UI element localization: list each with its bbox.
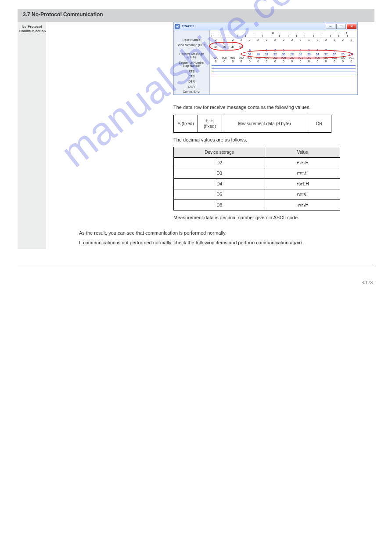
resp-note: Measurement data is decimal number given… [173, 214, 374, 221]
trace-data-grid: 0 1 22222222222122222 D07 4430370D S126.… [210, 30, 357, 94]
trace-axis: 0 1 [212, 31, 356, 37]
trace-screenshot: TRACE1 – □ × Trace Number Send Message (… [173, 22, 358, 95]
trace-window: TRACE1 – □ × Trace Number Send Message (… [173, 22, 358, 95]
body-para-2: If communication is not performed normal… [79, 239, 374, 247]
trace-row-labels: Trace Number Send Message (HEX) Receive … [174, 30, 210, 94]
lbl-send-message: Send Message (HEX) [174, 43, 209, 51]
row-receive-chr: S126.5947g [212, 49, 356, 52]
table-row: D2٣١٢٠H [174, 158, 340, 168]
lbl-dtr: DTR [174, 79, 209, 84]
row-seq-bottom: 00000000000000000 [212, 60, 356, 63]
lbl-comm-error: Comm. Error [174, 89, 209, 94]
sidebar-label: No-Protocol Communication [19, 25, 46, 33]
row-trace-number: 22222222222122222 [212, 38, 356, 41]
lbl-rts: RTS [174, 69, 209, 74]
row-send-chr: D07 [212, 42, 356, 45]
table-row: D3٣٦٣٢H [174, 168, 340, 179]
page-header-bar: 3.7 No-Protocol Communication [18, 9, 374, 22]
main-content-area: No-Protocol Communication TRACE1 – □ × [18, 22, 374, 267]
lbl-receive-message: Receive Message (HEX) [174, 51, 209, 60]
table-row: D4٣٥٢EH [174, 179, 340, 189]
lbl-trace-number: Trace Number [174, 37, 209, 43]
cmd-cell-20h: ٢٠H (fixed) [198, 115, 222, 132]
page-number: 3-173 [18, 280, 374, 285]
cmd-cell-measurement: Measurement data (9 byte) [222, 115, 307, 132]
page-header-title: 3.7 No-Protocol Communication [23, 11, 103, 18]
table-row: D5٣٤٣٩H [174, 189, 340, 200]
trace-titlebar: TRACE1 – □ × [174, 22, 357, 30]
row-send-hex: 4430370D [212, 45, 356, 48]
receive-desc-line: The data row for receive message contain… [173, 104, 374, 111]
window-buttons: – □ × [326, 24, 356, 29]
resp-intro: The decimal values are as follows. [173, 136, 374, 144]
trace-title: TRACE1 [182, 25, 194, 28]
svg-rect-0 [175, 24, 180, 29]
row-receive-hex: 53203132362E3539343767200D [212, 53, 356, 56]
response-value-table: Device storage Value D2٣١٢٠H D3٣٦٣٢H D4٣… [173, 147, 340, 210]
lbl-dsr: DSR [174, 84, 209, 90]
app-icon [175, 24, 180, 29]
close-button[interactable]: × [347, 24, 356, 29]
lbl-sequence-number: Sequence Number Step Number [174, 60, 209, 69]
lbl-cts: CTS [174, 74, 209, 79]
resp-head-value: Value [265, 147, 340, 158]
resp-head-device: Device storage [174, 147, 265, 158]
body-para-1: As the result, you can see that communic… [79, 229, 374, 237]
sidebar: No-Protocol Communication [18, 22, 46, 249]
cmd-cell-s: S (fixed) [174, 115, 198, 132]
minimize-button[interactable]: – [326, 24, 335, 29]
row-seq-top: 9009009019009009009009009009009019009009… [212, 56, 356, 59]
message-format-table: S (fixed) ٢٠H (fixed) Measurement data (… [173, 115, 331, 133]
maximize-button[interactable]: □ [336, 24, 346, 29]
cmd-cell-cr: CR [307, 115, 331, 132]
table-row: D6٦٧٣٧H [174, 200, 340, 210]
